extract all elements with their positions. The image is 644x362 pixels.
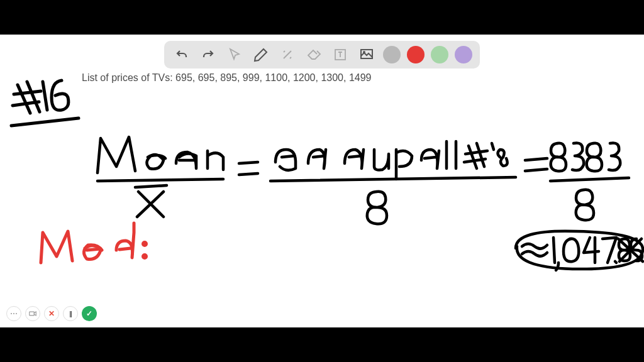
color-green[interactable]	[431, 46, 448, 63]
image-tool[interactable]	[357, 45, 377, 65]
pause-button[interactable]: ||	[63, 306, 78, 321]
more-button[interactable]: ⋯	[6, 306, 21, 321]
recording-controls: ⋯ ✕ || ✓	[6, 306, 97, 321]
pen-tool[interactable]	[251, 45, 271, 65]
color-gray[interactable]	[383, 46, 401, 63]
color-red[interactable]	[407, 46, 425, 63]
undo-button[interactable]	[172, 45, 192, 65]
close-button[interactable]: ✕	[44, 306, 59, 321]
drawing-toolbar	[164, 41, 480, 69]
svg-rect-5	[30, 312, 35, 315]
confirm-button[interactable]: ✓	[82, 306, 97, 321]
tools-button[interactable]	[277, 45, 297, 65]
redo-button[interactable]	[198, 45, 218, 65]
text-tool[interactable]	[330, 45, 350, 65]
camera-button[interactable]	[25, 306, 40, 321]
eraser-tool[interactable]	[304, 45, 324, 65]
pointer-tool[interactable]	[225, 45, 245, 65]
svg-point-2	[364, 52, 365, 53]
color-purple[interactable]	[455, 46, 472, 63]
problem-text: List of prices of TVs: 695, 695, 895, 99…	[82, 72, 371, 84]
